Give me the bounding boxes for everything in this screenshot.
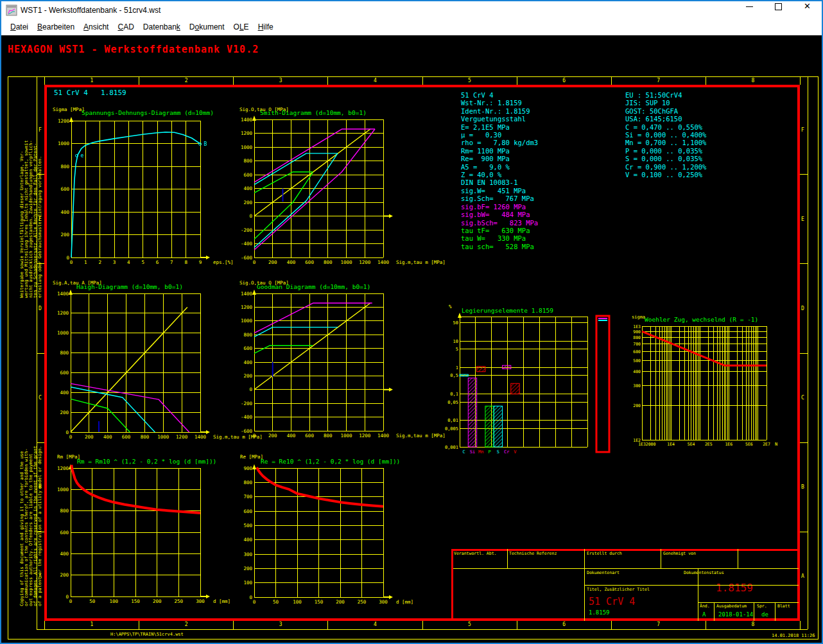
material-info-line: µ = 0,30 [461,131,538,139]
svg-text:400: 400 [60,209,69,215]
svg-text:Sig.m,tau m [MPa]: Sig.m,tau m [MPa] [396,259,446,265]
row-tick [800,353,808,354]
svg-text:3: 3 [113,259,116,265]
svg-text:600: 600 [122,434,131,440]
svg-text:5: 5 [456,347,458,352]
titleblock-doc-number: 1.8159 [716,582,753,594]
border-row-F: F [801,127,804,133]
svg-text:150: 150 [315,599,324,605]
sheet-outer-frame [8,639,818,640]
svg-text:250: 250 [358,599,367,605]
svg-text:700: 700 [243,494,252,500]
material-info-line: Z = 40,0 % [461,171,538,178]
svg-text:Goodman Diagramm (d=10mm, b0=1: Goodman Diagramm (d=10mm, b0=1) [257,283,370,290]
column-tick [800,621,801,629]
border-row-D: D [801,306,804,311]
material-info-line: A5 = 9,0 % [461,163,538,171]
material-info-line: V = 0,100 .. 0,250% [625,171,706,178]
svg-text:Spannungs-Dehnungs-Diagramm (d: Spannungs-Dehnungs-Diagramm (d=10mm) [82,109,214,116]
titleblock-aend-label: Änd. [700,604,710,609]
svg-text:5: 5 [141,259,144,265]
svg-text:400: 400 [60,551,69,557]
svg-text:-400: -400 [241,414,253,420]
column-tick [44,76,45,85]
sheet-material-name: 51 CrV 4 [54,89,88,97]
border-column-3: 3 [279,78,282,83]
titleblock-verantwortl-label: Verantwortl. Abt. [454,551,497,556]
svg-text:0,05: 0,05 [447,400,458,405]
svg-text:800: 800 [324,259,333,265]
svg-text:800: 800 [60,164,69,170]
material-info-line: JIS: SUP 10 [625,99,706,107]
column-tick [706,76,706,85]
svg-text:-600: -600 [241,428,253,434]
titleblock-dokumentenstatus-label: Dokumentenstatus [684,570,724,575]
svg-text:1200: 1200 [359,259,371,265]
material-info-line: Si = 0,000 .. 0,400% [625,131,706,139]
svg-text:0,1: 0,1 [450,392,458,397]
svg-text:800: 800 [60,350,69,356]
svg-text:300: 300 [243,552,252,557]
titleblock-line [698,568,698,621]
material-info-line: sig.bF= 1260 MPa [461,203,538,211]
border-row-A: A [39,573,42,579]
chart-c8: 1E39008007006005004003002001E21E320001E4… [629,313,790,451]
svg-text:7: 7 [170,259,173,265]
svg-text:800: 800 [633,335,641,340]
svg-text:1200: 1200 [58,118,70,124]
chart-c1: 0123456789020040060080010001200Sigma [MP… [51,106,231,270]
red-border-left [44,85,47,621]
titleblock-border [451,549,800,551]
titleblock-line [584,585,799,586]
svg-text:1E3: 1E3 [633,324,641,329]
svg-text:800: 800 [324,433,333,439]
chart-c7: 5010510,50,10,050,010,0050,001%Legierung… [446,302,619,461]
svg-text:400: 400 [243,537,252,543]
svg-text:1200: 1200 [241,304,253,310]
svg-text:Woehler Zug, wechselnd (R = -1: Woehler Zug, wechselnd (R = -1) [645,316,758,323]
svg-text:200: 200 [243,200,252,205]
material-info-line: DIN EN 10083-1 [461,178,538,186]
svg-text:700: 700 [633,342,641,347]
border-row-B: B [801,484,804,490]
material-info-line: sig.Sch= 767 MPa [461,195,538,202]
svg-text:600: 600 [60,370,69,376]
svg-text:1200: 1200 [241,130,253,136]
svg-text:0,5: 0,5 [450,373,458,378]
svg-text:1200: 1200 [57,310,69,316]
svg-text:1400: 1400 [57,291,69,297]
svg-text:Smith-Diagramm (d=10mm, b0=1): Smith-Diagramm (d=10mm, b0=1) [260,109,367,116]
svg-text:e: e [81,153,84,159]
titleblock-line [754,602,754,621]
border-column-4: 4 [374,78,377,83]
row-tick [37,353,44,354]
red-border-top [44,85,800,87]
svg-text:400: 400 [287,433,296,439]
svg-text:400: 400 [633,369,641,374]
border-row-A: A [801,573,804,579]
svg-text:C: C [463,449,465,455]
material-info-line: S = 0,000 .. 0,035% [625,155,706,162]
svg-text:-200: -200 [241,401,253,406]
svg-text:1000: 1000 [57,330,69,336]
sheet-inner-frame [37,629,808,630]
border-column-5: 5 [468,78,471,83]
margin-note-german: Weitergabe sowie Vervielfältigung dieser… [20,86,42,298]
svg-text:600: 600 [305,259,314,265]
titleblock-border [451,549,453,621]
border-column-2: 2 [185,622,188,627]
column-tick [44,621,45,629]
svg-text:0,005: 0,005 [445,426,458,431]
border-row-D: D [39,306,42,311]
material-info-line: tau W= 330 MPa [461,234,538,242]
svg-text:2000: 2000 [646,442,656,447]
column-tick [800,76,801,85]
sheet-outer-frame [818,76,819,640]
svg-text:P: P [488,449,490,455]
column-tick [517,76,517,85]
svg-text:100: 100 [243,580,252,586]
material-info-line: Re= 900 MPa [461,155,538,162]
svg-text:1000: 1000 [58,141,70,146]
svg-text:6: 6 [156,259,159,265]
app-window: WST1 - Werkstoffdatenbank - 51crv4.wst ✕… [0,0,823,644]
